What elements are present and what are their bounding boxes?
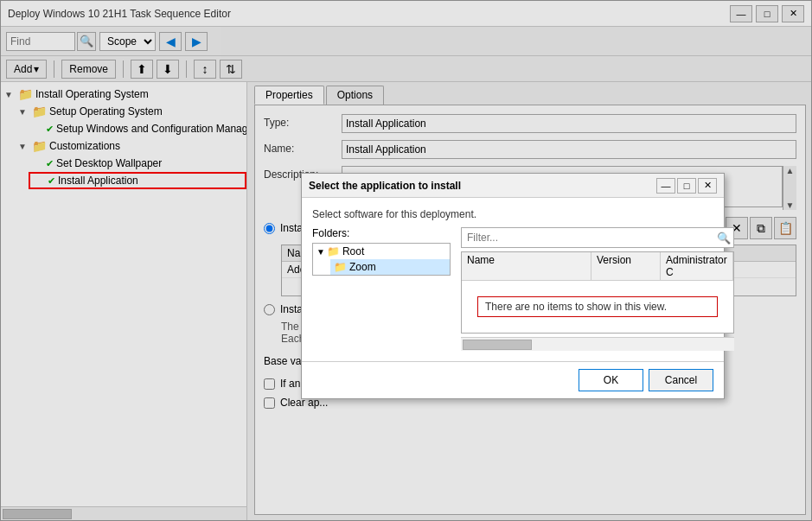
- filter-input[interactable]: [462, 228, 714, 247]
- modal-footer: OK Cancel: [302, 361, 724, 398]
- ok-button[interactable]: OK: [579, 369, 643, 391]
- folders-panel: ▼ 📁 Root 📁 Zoom: [312, 243, 451, 276]
- modal-panels: Folders: ▼ 📁 Root 📁 Zoom: [312, 227, 713, 351]
- modal-subtitle: Select software for this deployment.: [312, 208, 713, 220]
- modal-title-bar: Select the application to install — □ ✕: [302, 174, 724, 198]
- folder-icon: 📁: [327, 245, 340, 257]
- empty-state: There are no items to show in this view.: [462, 281, 733, 333]
- modal-body: Select software for this deployment. Fol…: [302, 198, 724, 361]
- cancel-button[interactable]: Cancel: [649, 369, 713, 391]
- modal-maximize-button[interactable]: □: [677, 178, 696, 194]
- empty-message: There are no items to show in this view.: [477, 296, 718, 317]
- filter-search-icon: 🔍: [714, 228, 733, 247]
- items-header: Name Version Administrator C: [462, 252, 733, 281]
- col-name-header: Name: [462, 252, 591, 280]
- modal-minimize-button[interactable]: —: [656, 178, 675, 194]
- col-version-header: Version: [591, 252, 661, 280]
- modal-overlay: Select the application to install — □ ✕ …: [0, 0, 812, 521]
- modal-items-scrollbar[interactable]: [461, 337, 734, 351]
- zoom-label: Zoom: [349, 261, 376, 273]
- zoom-folder-item[interactable]: 📁 Zoom: [330, 259, 450, 275]
- root-folder-item[interactable]: ▼ 📁 Root: [313, 244, 450, 259]
- select-app-modal: Select the application to install — □ ✕ …: [301, 173, 725, 399]
- modal-close-button[interactable]: ✕: [698, 178, 717, 194]
- items-panel: Name Version Administrator C There are n…: [461, 251, 734, 334]
- items-section: 🔍 Name Version Administrator C There are…: [461, 227, 734, 351]
- col-admin-header: Administrator C: [661, 252, 733, 280]
- scrollbar-thumb[interactable]: [463, 340, 532, 350]
- root-label: Root: [342, 245, 364, 257]
- folder-icon: 📁: [334, 261, 347, 273]
- modal-controls: — □ ✕: [656, 178, 717, 194]
- expand-icon: ▼: [316, 247, 325, 257]
- folders-label: Folders:: [312, 227, 451, 239]
- modal-title: Select the application to install: [309, 180, 461, 192]
- folders-section: Folders: ▼ 📁 Root 📁 Zoom: [312, 227, 451, 351]
- filter-box: 🔍: [461, 227, 734, 248]
